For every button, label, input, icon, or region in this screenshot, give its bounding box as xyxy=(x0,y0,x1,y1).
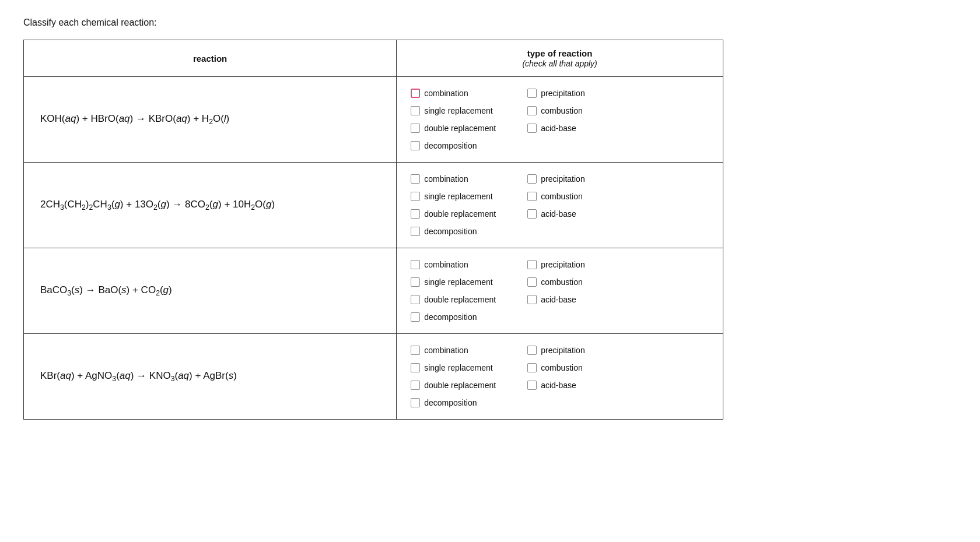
checkbox-item-double-replacement[interactable]: double replacement xyxy=(411,209,527,219)
checkbox-label-precipitation: precipitation xyxy=(541,89,585,98)
checkbox-combustion[interactable] xyxy=(527,277,537,287)
checkbox-label-single-replacement: single replacement xyxy=(424,106,493,115)
reactions-table: reaction type of reaction (check all tha… xyxy=(23,40,723,420)
checkbox-single-replacement[interactable] xyxy=(411,363,420,372)
checkbox-decomposition[interactable] xyxy=(411,141,420,150)
checkbox-precipitation[interactable] xyxy=(527,346,537,355)
checkbox-combustion[interactable] xyxy=(527,363,537,372)
checkbox-item-precipitation[interactable]: precipitation xyxy=(527,89,644,98)
checkbox-item-precipitation[interactable]: precipitation xyxy=(527,174,644,184)
checkbox-item-decomposition[interactable]: decomposition xyxy=(411,312,527,322)
checkbox-item-single-replacement[interactable]: single replacement xyxy=(411,106,527,115)
checkbox-label-single-replacement: single replacement xyxy=(424,277,493,287)
checkbox-item-double-replacement[interactable]: double replacement xyxy=(411,295,527,304)
checkbox-item-acid-base[interactable]: acid-base xyxy=(527,209,644,219)
checkbox-decomposition[interactable] xyxy=(411,398,420,407)
checkbox-label-decomposition: decomposition xyxy=(424,312,477,322)
col-type-header: type of reaction (check all that apply) xyxy=(397,40,723,77)
checkbox-combustion[interactable] xyxy=(527,106,537,115)
checkbox-label-acid-base: acid-base xyxy=(541,295,576,304)
checkbox-label-precipitation: precipitation xyxy=(541,346,585,355)
checkbox-label-combination: combination xyxy=(424,174,468,184)
checkbox-label-decomposition: decomposition xyxy=(424,227,477,236)
checkbox-label-double-replacement: double replacement xyxy=(424,209,496,219)
checkbox-item-combustion[interactable]: combustion xyxy=(527,277,644,287)
checkbox-label-acid-base: acid-base xyxy=(541,209,576,219)
checkbox-item-combustion[interactable]: combustion xyxy=(527,192,644,201)
checkbox-label-combustion: combustion xyxy=(541,363,583,372)
checkbox-label-double-replacement: double replacement xyxy=(424,381,496,390)
page-title: Classify each chemical reaction: xyxy=(23,17,957,28)
checkbox-label-combination: combination xyxy=(424,89,468,98)
checkbox-precipitation[interactable] xyxy=(527,89,537,98)
checkbox-label-decomposition: decomposition xyxy=(424,141,477,150)
checkbox-label-combination: combination xyxy=(424,346,468,355)
checkbox-item-acid-base[interactable]: acid-base xyxy=(527,381,644,390)
checkbox-label-decomposition: decomposition xyxy=(424,398,477,407)
checkbox-label-combustion: combustion xyxy=(541,192,583,201)
checkbox-label-single-replacement: single replacement xyxy=(424,192,493,201)
checkbox-item-decomposition[interactable]: decomposition xyxy=(411,227,527,236)
checkbox-label-acid-base: acid-base xyxy=(541,381,576,390)
checkbox-item-combination[interactable]: combination xyxy=(411,346,527,355)
checkbox-single-replacement[interactable] xyxy=(411,277,420,287)
checkbox-acid-base[interactable] xyxy=(527,209,537,219)
checkbox-item-combination[interactable]: combination xyxy=(411,89,527,98)
checkbox-item-decomposition[interactable]: decomposition xyxy=(411,141,527,150)
options-cell-2: combinationprecipitationsingle replaceme… xyxy=(397,163,723,248)
checkbox-label-double-replacement: double replacement xyxy=(424,295,496,304)
checkbox-item-single-replacement[interactable]: single replacement xyxy=(411,192,527,201)
checkbox-double-replacement[interactable] xyxy=(411,209,420,219)
checkbox-item-combination[interactable]: combination xyxy=(411,174,527,184)
reaction-cell-1: KOH(aq) + HBrO(aq) → KBrO(aq) + H2O(l) xyxy=(24,77,397,163)
checkbox-combination[interactable] xyxy=(411,89,420,98)
checkbox-decomposition[interactable] xyxy=(411,312,420,322)
checkbox-item-acid-base[interactable]: acid-base xyxy=(527,295,644,304)
checkbox-acid-base[interactable] xyxy=(527,124,537,133)
checkbox-item-single-replacement[interactable]: single replacement xyxy=(411,363,527,372)
checkbox-label-combustion: combustion xyxy=(541,106,583,115)
checkbox-combustion[interactable] xyxy=(527,192,537,201)
checkbox-label-combustion: combustion xyxy=(541,277,583,287)
checkbox-precipitation[interactable] xyxy=(527,174,537,184)
checkbox-combination[interactable] xyxy=(411,174,420,184)
checkbox-label-double-replacement: double replacement xyxy=(424,124,496,133)
checkbox-double-replacement[interactable] xyxy=(411,124,420,133)
checkbox-label-precipitation: precipitation xyxy=(541,260,585,269)
checkbox-decomposition[interactable] xyxy=(411,227,420,236)
checkbox-combination[interactable] xyxy=(411,260,420,269)
checkbox-item-single-replacement[interactable]: single replacement xyxy=(411,277,527,287)
checkbox-combination[interactable] xyxy=(411,346,420,355)
reaction-cell-2: 2CH3(CH2)2CH3(g) + 13O2(g) → 8CO2(g) + 1… xyxy=(24,163,397,248)
checkbox-item-combustion[interactable]: combustion xyxy=(527,106,644,115)
checkbox-acid-base[interactable] xyxy=(527,381,537,390)
reaction-cell-4: KBr(aq) + AgNO3(aq) → KNO3(aq) + AgBr(s) xyxy=(24,334,397,420)
checkbox-item-acid-base[interactable]: acid-base xyxy=(527,124,644,133)
checkbox-item-decomposition[interactable]: decomposition xyxy=(411,398,527,407)
checkbox-item-combustion[interactable]: combustion xyxy=(527,363,644,372)
checkbox-single-replacement[interactable] xyxy=(411,106,420,115)
options-cell-4: combinationprecipitationsingle replaceme… xyxy=(397,334,723,420)
checkbox-double-replacement[interactable] xyxy=(411,295,420,304)
checkbox-acid-base[interactable] xyxy=(527,295,537,304)
options-cell-1: combinationprecipitationsingle replaceme… xyxy=(397,77,723,163)
checkbox-item-double-replacement[interactable]: double replacement xyxy=(411,124,527,133)
col-reaction-header: reaction xyxy=(24,40,397,77)
reaction-cell-3: BaCO3(s) → BaO(s) + CO2(g) xyxy=(24,248,397,334)
checkbox-item-precipitation[interactable]: precipitation xyxy=(527,260,644,269)
checkbox-label-combination: combination xyxy=(424,260,468,269)
checkbox-label-single-replacement: single replacement xyxy=(424,363,493,372)
checkbox-item-precipitation[interactable]: precipitation xyxy=(527,346,644,355)
checkbox-single-replacement[interactable] xyxy=(411,192,420,201)
options-cell-3: combinationprecipitationsingle replaceme… xyxy=(397,248,723,334)
checkbox-precipitation[interactable] xyxy=(527,260,537,269)
checkbox-item-double-replacement[interactable]: double replacement xyxy=(411,381,527,390)
checkbox-double-replacement[interactable] xyxy=(411,381,420,390)
checkbox-label-acid-base: acid-base xyxy=(541,124,576,133)
checkbox-item-combination[interactable]: combination xyxy=(411,260,527,269)
checkbox-label-precipitation: precipitation xyxy=(541,174,585,184)
